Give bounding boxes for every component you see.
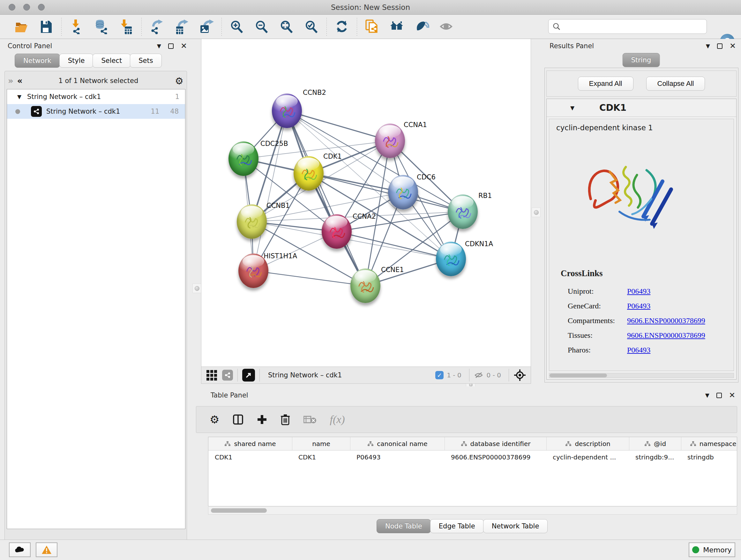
table-panel-maximize-icon[interactable]: [717, 393, 722, 398]
crosslink-link[interactable]: P06493: [627, 302, 650, 310]
cell-database-identifier[interactable]: 9606.ENSP00000378699: [445, 450, 546, 464]
tab-sets[interactable]: Sets: [130, 54, 161, 68]
cell-namespace[interactable]: stringdb: [681, 450, 737, 464]
network-node-cdk1[interactable]: [293, 156, 324, 191]
warning-status-button[interactable]: [36, 543, 57, 557]
network-options-gear-icon[interactable]: ⚙: [175, 75, 184, 86]
network-node-ccna1[interactable]: [375, 124, 405, 158]
search-input[interactable]: [564, 22, 703, 30]
delete-table-icon[interactable]: [304, 415, 316, 424]
memory-button[interactable]: Memory: [689, 543, 735, 557]
column-header-canonical-name[interactable]: canonical name: [350, 437, 445, 450]
network-node-cdkn1a[interactable]: [436, 242, 466, 276]
column-header-database-identifier[interactable]: database identifier: [445, 437, 546, 450]
table-hscrollbar[interactable]: [208, 507, 737, 515]
search-box[interactable]: [548, 19, 707, 34]
home-button[interactable]: [385, 17, 409, 37]
table-options-gear-icon[interactable]: ⚙: [210, 413, 219, 426]
zoom-out-button[interactable]: [249, 17, 274, 37]
selected-checkbox-icon[interactable]: ✓: [435, 371, 444, 379]
collection-expand-icon[interactable]: ▼: [17, 94, 21, 100]
import-table-file-button[interactable]: [114, 17, 139, 37]
cell-canonical-name[interactable]: P06493: [350, 450, 445, 464]
network-node-rb1[interactable]: [448, 194, 478, 229]
column-header-name[interactable]: name: [292, 437, 350, 450]
tab-network[interactable]: Network: [15, 54, 60, 68]
import-network-file-button[interactable]: [64, 17, 89, 37]
crosslink-link[interactable]: P06493: [627, 346, 650, 354]
results-scrollbar[interactable]: [549, 373, 734, 378]
show-hide-panels-button[interactable]: [409, 17, 434, 37]
selected-counts: 1 - 0: [447, 371, 461, 379]
hidden-eye-icon[interactable]: [474, 371, 483, 379]
zoom-selected-button[interactable]: [299, 17, 324, 37]
tab-string[interactable]: String: [623, 53, 660, 67]
column-header-namespace[interactable]: namespace: [681, 437, 737, 450]
view-grid-icon[interactable]: [206, 370, 217, 381]
tab-edge-table[interactable]: Edge Table: [430, 519, 484, 533]
column-header-shared-name[interactable]: shared name: [208, 437, 292, 450]
node-table[interactable]: shared namenamecanonical namedatabase id…: [208, 437, 737, 506]
table-row[interactable]: CDK1CDK1P064939606.ENSP00000378699cyclin…: [208, 450, 737, 464]
results-panel: Results Panel ▼ ✕ String Expand All Coll…: [542, 39, 741, 386]
export-table-button[interactable]: [169, 17, 194, 37]
view-string-icon[interactable]: [222, 370, 233, 381]
birdseye-crosshair-icon[interactable]: [514, 369, 526, 381]
network-node-ccne1[interactable]: [350, 268, 381, 303]
results-panel-float-icon[interactable]: ▼: [706, 43, 710, 49]
control-panel-close-icon[interactable]: ✕: [181, 42, 187, 50]
zoom-in-button[interactable]: [224, 17, 249, 37]
network-row-selected[interactable]: String Network – cdk1 11 48: [7, 104, 185, 119]
network-canvas[interactable]: CCNB2CCNA1CDC25BCDK1CDC6RB1CCNB1CCNA2CDK…: [201, 39, 531, 367]
save-session-button[interactable]: [34, 17, 59, 37]
table-panel-close-icon[interactable]: ✕: [729, 391, 735, 399]
network-node-ccnb1[interactable]: [237, 204, 267, 239]
crosslink-link[interactable]: 9606.ENSP00000378699: [627, 331, 705, 340]
network-node-ccna2[interactable]: [322, 214, 352, 249]
tab-network-table[interactable]: Network Table: [483, 519, 548, 533]
delete-column-trash-icon[interactable]: [280, 414, 290, 425]
results-panel-maximize-icon[interactable]: [717, 44, 723, 49]
export-network-button[interactable]: [144, 17, 169, 37]
control-panel-maximize-icon[interactable]: [168, 44, 174, 49]
crosslink-link[interactable]: P06493: [627, 287, 650, 296]
collapse-all-networks-icon[interactable]: »: [8, 76, 13, 85]
expand-all-networks-icon[interactable]: «: [17, 76, 22, 85]
right-splitter-handle[interactable]: [532, 207, 541, 217]
cell-name[interactable]: CDK1: [292, 450, 350, 464]
function-builder-icon[interactable]: f(x): [330, 414, 345, 426]
add-column-icon[interactable]: [257, 415, 267, 425]
gene-collapse-icon[interactable]: ▼: [570, 105, 575, 111]
network-node-cdc25b[interactable]: [228, 141, 259, 176]
column-namespace-icon: [224, 441, 231, 447]
cloud-status-button[interactable]: [9, 543, 30, 557]
network-collection-row[interactable]: ▼ String Network – cdk1 1: [7, 89, 185, 104]
network-node-cdc6[interactable]: [388, 175, 418, 209]
results-panel-title: Results Panel: [549, 42, 594, 50]
tab-node-table[interactable]: Node Table: [377, 519, 431, 533]
cell--id[interactable]: stringdb:9...: [629, 450, 681, 464]
table-panel-float-icon[interactable]: ▼: [705, 392, 710, 398]
column-header--id[interactable]: @id: [629, 437, 681, 450]
tab-select[interactable]: Select: [92, 54, 131, 68]
refresh-button[interactable]: [329, 17, 354, 37]
crosslink-link[interactable]: 9606.ENSP00000378699: [627, 316, 705, 325]
zoom-fit-button[interactable]: [274, 17, 299, 37]
results-panel-close-icon[interactable]: ✕: [730, 42, 736, 50]
cell-shared-name[interactable]: CDK1: [208, 450, 292, 464]
clone-network-button[interactable]: [360, 17, 385, 37]
collapse-all-button[interactable]: Collapse All: [646, 77, 705, 91]
cell-description[interactable]: cyclin-dependent ...: [546, 450, 629, 464]
column-header-description[interactable]: description: [546, 437, 629, 450]
expand-all-button[interactable]: Expand All: [578, 77, 633, 91]
control-panel-float-icon[interactable]: ▼: [157, 43, 161, 49]
preview-eye-button[interactable]: [434, 17, 459, 37]
open-session-button[interactable]: [9, 17, 34, 37]
network-node-ccnb2[interactable]: [272, 94, 302, 128]
show-columns-icon[interactable]: [232, 414, 244, 425]
export-image-button[interactable]: [194, 17, 219, 37]
import-network-database-button[interactable]: [89, 17, 114, 37]
left-splitter-handle[interactable]: [192, 284, 201, 293]
tab-style[interactable]: Style: [59, 54, 93, 68]
detach-view-icon[interactable]: [242, 369, 255, 381]
